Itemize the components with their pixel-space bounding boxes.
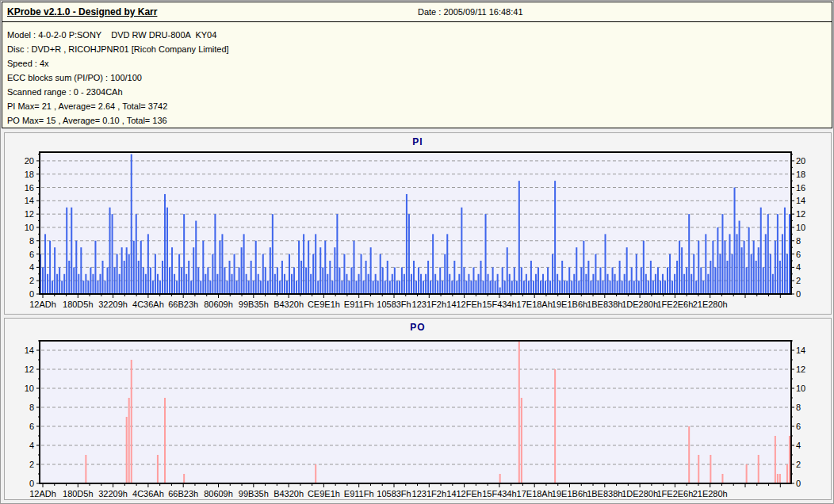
- y-axis-label: 6: [29, 250, 34, 259]
- x-tick-label: 1BE838h: [587, 300, 622, 309]
- po-bar: [518, 341, 520, 483]
- pi-bar: [255, 241, 257, 294]
- pi-bar: [631, 267, 633, 294]
- pi-bar: [63, 274, 65, 294]
- pi-bar: [260, 281, 262, 294]
- x-tick-label: 15F434h: [482, 300, 516, 309]
- pi-bar: [214, 214, 216, 294]
- pi-bar: [622, 281, 623, 294]
- pi-bar: [449, 274, 450, 294]
- pi-bar: [346, 274, 347, 294]
- pi-bar: [248, 281, 250, 294]
- pi-bar: [463, 267, 465, 294]
- x-tick-label: 19E1B6h: [552, 489, 587, 498]
- pi-bar: [542, 274, 544, 294]
- po-bar: [789, 436, 790, 483]
- y-axis-label: 10: [796, 223, 805, 232]
- pi-bar: [533, 281, 534, 294]
- pi-bar: [251, 261, 252, 294]
- pi-bar: [624, 274, 626, 294]
- pi-bar: [59, 267, 60, 294]
- pi-bar: [166, 208, 168, 294]
- pi-bar: [226, 281, 228, 294]
- y-axis-label: 10: [25, 384, 34, 393]
- po-bar: [688, 426, 690, 483]
- pi-bar: [777, 214, 779, 294]
- pi-bar: [195, 221, 197, 294]
- pi-bar: [423, 281, 424, 294]
- pi-bar: [327, 274, 328, 294]
- pi-bar: [219, 241, 220, 294]
- pi-bar: [583, 241, 584, 294]
- pi-bar: [504, 281, 506, 294]
- pi-bar: [547, 267, 549, 294]
- x-tick-label: 12ADh: [29, 489, 56, 498]
- pi-bar: [396, 281, 398, 294]
- pi-bar: [350, 267, 352, 294]
- pi-bar: [610, 281, 611, 294]
- pi-chart-panel: PI 002244668810101212141416161818202012A…: [4, 132, 832, 315]
- pi-bar: [159, 281, 161, 294]
- pi-bar: [446, 234, 448, 294]
- pi-bar: [174, 274, 175, 294]
- pi-bar: [444, 254, 446, 294]
- po-bar: [126, 417, 128, 483]
- pi-bar: [399, 281, 400, 294]
- pi-bar: [495, 281, 496, 294]
- pi-bar: [721, 214, 723, 294]
- pi-bar: [763, 267, 764, 294]
- pi-bar: [42, 267, 44, 294]
- pi-bar: [597, 281, 599, 294]
- pi-bar: [97, 281, 98, 294]
- pi-bar: [552, 254, 553, 294]
- x-tick-label: 10583Fh: [377, 300, 411, 309]
- po-bar: [128, 398, 130, 483]
- pi-bar: [241, 247, 243, 294]
- pi-bar: [281, 261, 283, 294]
- pi-bar: [786, 254, 788, 294]
- pi-bar: [155, 254, 156, 294]
- y-axis-label: 12: [796, 209, 805, 219]
- pi-bar: [502, 267, 503, 294]
- pi-bar: [169, 267, 170, 294]
- pi-bar: [775, 241, 776, 294]
- pi-bar: [66, 208, 67, 294]
- pi-bar: [291, 274, 293, 294]
- x-tick-label: 99B35h: [239, 300, 269, 309]
- pi-bar: [453, 261, 455, 294]
- pi-bar: [614, 274, 616, 294]
- pi-bar: [710, 261, 711, 294]
- pi-bar: [573, 274, 575, 294]
- pi-bar: [671, 281, 673, 294]
- pi-bar: [719, 254, 721, 294]
- pi-bar: [483, 281, 484, 294]
- pi-bar: [576, 247, 577, 294]
- pi-chart: 002244668810101212141416161818202012ADh1…: [5, 133, 831, 314]
- pi-bar: [246, 274, 247, 294]
- pi-bar: [310, 274, 312, 294]
- po-bar: [698, 455, 699, 483]
- x-tick-label: E911Fh: [344, 300, 374, 309]
- pi-bar: [117, 254, 118, 294]
- pi-bar: [695, 281, 697, 294]
- pi-bar: [176, 281, 178, 294]
- x-tick-label: 1231F2h: [412, 300, 446, 309]
- x-tick-label: 32209h: [98, 489, 128, 498]
- y-axis-label: 10: [25, 223, 34, 232]
- pi-bar: [686, 267, 687, 294]
- pi-bar: [545, 281, 546, 294]
- pi-bar: [61, 281, 63, 294]
- po-bar: [157, 455, 159, 483]
- pi-bar: [698, 241, 699, 294]
- x-tick-label: 99B35h: [239, 489, 269, 498]
- pi-bar: [236, 281, 238, 294]
- pi-bar: [133, 241, 135, 294]
- pi-bar: [587, 261, 589, 294]
- pi-bar: [392, 274, 393, 294]
- pi-bar: [439, 267, 441, 294]
- y-axis-label: 0: [796, 479, 801, 488]
- pi-bar: [334, 247, 335, 294]
- y-axis-label: 8: [796, 403, 801, 412]
- pi-bar: [221, 234, 223, 294]
- pi-bar: [676, 261, 678, 294]
